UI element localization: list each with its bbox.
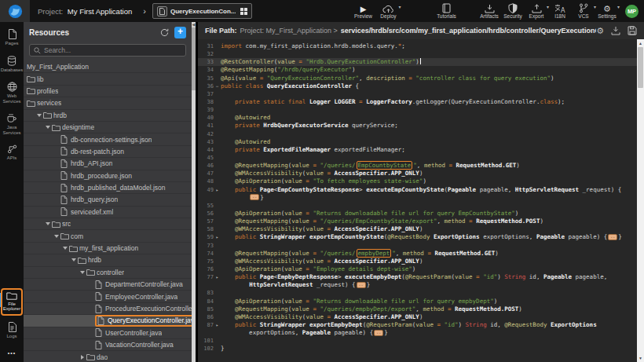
code-line-58[interactable]: 58 @WMAccessVisibility(value = AccessSpe… bbox=[198, 225, 637, 233]
code-line-37[interactable]: 37 bbox=[198, 90, 637, 98]
refresh-icon[interactable] bbox=[160, 28, 169, 37]
code-line-84[interactable]: 84 @ApiOperation(value = "Returns downlo… bbox=[198, 298, 637, 305]
code-line-83[interactable]: 83 bbox=[198, 289, 637, 297]
chevron-down-icon[interactable] bbox=[53, 235, 60, 238]
tree-item-my-first-application[interactable]: My_First_Application bbox=[24, 61, 192, 73]
sidebar-item-file-explorer[interactable]: File Explorer bbox=[1, 288, 23, 316]
code-line-34[interactable]: 34@RequestMapping("/hrdb/queryExecutor") bbox=[198, 66, 637, 74]
fold-marker-icon[interactable]: ▸ bbox=[214, 186, 221, 194]
tree-item-designtime[interactable]: designtime bbox=[24, 122, 192, 133]
search-box[interactable] bbox=[29, 44, 186, 57]
code-line-76[interactable]: 76 @ApiOperation(value = "Employee detai… bbox=[198, 265, 637, 273]
grid-icon[interactable] bbox=[240, 8, 247, 15]
tree-item-hrdb-query-json[interactable]: hrdb_query.json bbox=[24, 194, 192, 206]
sidebar-item-pages[interactable]: Pages bbox=[1, 27, 23, 49]
tree-item-services[interactable]: services bbox=[24, 97, 192, 109]
tree-item-hrdb[interactable]: hrdb bbox=[24, 254, 192, 266]
tree-item-employeecontroller-java[interactable]: EmployeeController.java bbox=[24, 291, 192, 302]
chevron-down-icon[interactable] bbox=[70, 258, 78, 261]
user-avatar[interactable]: MP bbox=[625, 5, 639, 18]
more-options-icon[interactable]: ••• bbox=[8, 346, 16, 362]
export-button[interactable]: Export ▾ bbox=[526, 0, 547, 22]
code-line-32[interactable]: 32 bbox=[198, 50, 637, 58]
chevron-down-icon[interactable] bbox=[79, 271, 86, 274]
folded-code-icon[interactable]: ·· bbox=[374, 330, 383, 336]
security-button[interactable]: Security bbox=[503, 0, 523, 22]
sidebar-item-java-services[interactable]: Java Services bbox=[1, 111, 23, 138]
code-line-42[interactable]: 42 bbox=[198, 130, 637, 138]
tree-item-db-connection-settings-json[interactable]: db-connection-settings.json bbox=[24, 133, 192, 145]
tree-item-profiles[interactable]: profiles bbox=[24, 86, 192, 97]
code-line-31[interactable]: 31import com.my_first_application.hrdb.m… bbox=[198, 42, 637, 50]
tree-item-departmentcontroller-java[interactable]: DepartmentController.java bbox=[24, 279, 192, 291]
app-logo[interactable] bbox=[0, 0, 30, 22]
code-line-86[interactable]: 86 @WMAccessVisibility(value = AccessSpe… bbox=[198, 313, 637, 321]
sidebar-item-logs[interactable]: Logs bbox=[1, 320, 23, 342]
sidebar-item-apis[interactable]: APIs bbox=[1, 142, 23, 164]
folded-code-icon[interactable]: ·· bbox=[357, 282, 366, 288]
tab-query-execution-controller[interactable]: QueryExecutionCon... bbox=[152, 3, 253, 19]
scrollbar-thumb[interactable] bbox=[638, 47, 643, 88]
code-line-75[interactable]: 75 @WMAccessVisibility(value = AccessSpe… bbox=[198, 258, 637, 265]
tree-item-hrdb-api-json[interactable]: hrdb_API.json bbox=[24, 158, 192, 170]
tree-item-hrdb[interactable]: hrdb bbox=[24, 110, 192, 122]
fold-marker-icon[interactable]: − bbox=[214, 82, 221, 90]
code-line-39[interactable]: 39 bbox=[198, 106, 637, 114]
code-line-33[interactable]: 33@RestController(value = "Hrdb.QueryExe… bbox=[198, 58, 637, 66]
code-line-77[interactable]: 77▸ public Page<EmpbyDeptResponse> execu… bbox=[198, 273, 637, 281]
fold-marker-icon[interactable]: ▸ bbox=[214, 273, 221, 281]
chevron-down-icon[interactable] bbox=[44, 222, 52, 225]
code-line-40[interactable]: 40 @Autowired bbox=[198, 114, 637, 122]
tree-item-src[interactable]: src bbox=[24, 218, 192, 230]
code-line-57[interactable]: 57 @RequestMapping(value = "/queries/Emp… bbox=[198, 218, 637, 225]
fold-marker-icon[interactable]: ▸ bbox=[214, 233, 221, 241]
tree-item-com[interactable]: com bbox=[24, 230, 192, 242]
tree-item-queryexecutioncontroller-java[interactable]: QueryExecutionController.java bbox=[24, 315, 192, 327]
folded-code-icon[interactable]: ·· bbox=[250, 194, 259, 200]
code-line-47[interactable]: 47 @WMAccessVisibility(value = AccessSpe… bbox=[198, 170, 637, 177]
add-resource-button[interactable]: + bbox=[174, 27, 186, 38]
sidebar-item-databases[interactable]: Databases bbox=[1, 53, 23, 76]
download-file-icon[interactable] bbox=[611, 26, 620, 35]
save-file-icon[interactable] bbox=[628, 26, 637, 35]
code-line-46[interactable]: 46 @RequestMapping(value = "/queries/Emp… bbox=[198, 162, 637, 170]
code-line-wrap[interactable]: HttpServletRequest _request) {··} bbox=[198, 281, 637, 289]
code-line-43[interactable]: 43 @Autowired bbox=[198, 138, 637, 146]
code-line-56[interactable]: 56 @ApiOperation(value = "Returns downlo… bbox=[198, 210, 637, 218]
tutorials-button[interactable]: Tutorials bbox=[436, 0, 456, 22]
deploy-button[interactable]: Deploy ▾ bbox=[378, 0, 398, 22]
chevron-down-icon[interactable] bbox=[61, 247, 69, 250]
tree-item-vacationcontroller-java[interactable]: VacationController.java bbox=[24, 339, 192, 351]
code-line-59[interactable]: 59▸ public StringWrapper exportEmpCountb… bbox=[198, 233, 637, 241]
code-line-48[interactable]: 48 @ApiOperation(value = "To fetch emplo… bbox=[198, 177, 637, 185]
chevron-right-icon[interactable] bbox=[79, 355, 86, 360]
scroll-up-icon[interactable]: ▲ bbox=[639, 39, 642, 47]
fold-marker-icon[interactable]: ▸ bbox=[214, 321, 221, 329]
tree-item-usercontroller-java[interactable]: UserController.java bbox=[24, 327, 192, 339]
tree-item-dao[interactable]: dao bbox=[24, 351, 192, 362]
search-input[interactable] bbox=[44, 46, 181, 54]
code-line-41[interactable]: 41 private HrdbQueryExecutorService quer… bbox=[198, 122, 637, 130]
tree-item-db-rest-patch-json[interactable]: db-rest-patch.json bbox=[24, 146, 192, 158]
code-line-35[interactable]: 35@Api(value = "QueryExecutionController… bbox=[198, 75, 637, 82]
i18n-button[interactable]: A I18N bbox=[550, 0, 570, 22]
code-line-36[interactable]: 36−public class QueryExecutionController… bbox=[198, 82, 637, 90]
vcs-button[interactable]: VCS ▾ bbox=[573, 0, 594, 22]
code-line-74[interactable]: 74 @RequestMapping(value = "/queries/emp… bbox=[198, 250, 637, 258]
tree-item-hrdb-procedure-json[interactable]: hrdb_procedure.json bbox=[24, 170, 192, 182]
code-line-85[interactable]: 85 @RequestMapping(value = "/queries/emp… bbox=[198, 305, 637, 313]
code-line-45[interactable]: 45 bbox=[198, 154, 637, 162]
code-line-38[interactable]: 38 private static final Logger LOGGER = … bbox=[198, 98, 637, 106]
code-line-44[interactable]: 44 private ExportedFileManager exportedF… bbox=[198, 146, 637, 154]
editor-scrollbar[interactable]: ▲ ▼ bbox=[637, 39, 644, 362]
chevron-down-icon[interactable] bbox=[44, 126, 52, 129]
project-breadcrumb[interactable]: Project: My First Application bbox=[38, 7, 132, 16]
tree-item-servicedef-xml[interactable]: servicedef.xml bbox=[24, 207, 192, 218]
settings-button[interactable]: ⚙ Settings ▾ bbox=[597, 0, 617, 22]
tree-item-my-first-application[interactable]: my_first_application bbox=[24, 243, 192, 254]
tree-item-procedureexecutioncontroller-java[interactable]: ProcedureExecutionController.java bbox=[24, 303, 192, 315]
code-line-55[interactable]: 55 bbox=[198, 202, 637, 210]
code-line-wrap[interactable]: ··} bbox=[198, 194, 637, 202]
code-area[interactable]: 31import com.my_first_application.hrdb.m… bbox=[198, 39, 637, 362]
chevron-down-icon[interactable] bbox=[35, 114, 43, 117]
